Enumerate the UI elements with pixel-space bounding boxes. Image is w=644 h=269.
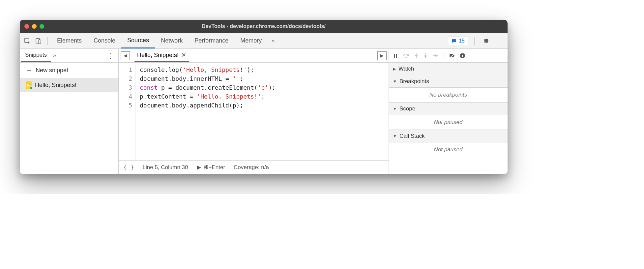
section-body: No breakpoints xyxy=(389,88,508,103)
pause-on-exceptions-icon[interactable] xyxy=(460,53,465,58)
main-toolbar: ElementsConsoleSourcesNetworkPerformance… xyxy=(20,33,508,49)
new-snippet-label: New snippet xyxy=(36,67,68,74)
section-header-breakpoints[interactable]: ▼Breakpoints xyxy=(389,75,508,88)
snippet-item-label: Hello, Snippets! xyxy=(35,82,76,89)
device-toolbar-icon[interactable] xyxy=(33,35,44,46)
step-into-icon[interactable] xyxy=(414,53,419,58)
run-shortcut-label: ⌘+Enter xyxy=(203,164,225,171)
section-header-watch[interactable]: ▶Watch xyxy=(389,63,508,75)
line-gutter: 12345 xyxy=(119,63,136,160)
navigator-more-menu-icon[interactable]: ⋮ xyxy=(104,52,117,60)
snippet-file-icon xyxy=(26,81,32,89)
debugger-pane: ▶Watch▼BreakpointsNo breakpoints▼ScopeNo… xyxy=(389,49,508,174)
navigator-header: Snippets » ⋮ xyxy=(20,49,118,63)
more-tabs-chevron-icon[interactable]: » xyxy=(268,35,279,46)
settings-gear-icon[interactable] xyxy=(481,35,492,46)
section-body: Not paused xyxy=(389,142,508,157)
toolbar-divider xyxy=(47,37,48,45)
editor-footer: { } Line 5, Column 30 ▶ ⌘+Enter Coverage… xyxy=(119,160,389,174)
coverage-status: Coverage: n/a xyxy=(234,164,269,171)
svg-point-6 xyxy=(416,57,417,58)
step-over-icon[interactable] xyxy=(403,53,409,58)
snippet-item[interactable]: Hello, Snippets! xyxy=(20,78,118,92)
step-icon[interactable] xyxy=(432,53,438,58)
toolbar-divider xyxy=(444,52,444,59)
tab-elements[interactable]: Elements xyxy=(51,33,88,48)
tab-snippets[interactable]: Snippets xyxy=(21,49,51,62)
show-navigator-icon[interactable]: ◀ xyxy=(121,51,130,60)
content-area: Snippets » ⋮ ＋ New snippet Hello, Snippe… xyxy=(20,49,508,174)
tab-console[interactable]: Console xyxy=(88,33,121,48)
show-debugger-icon[interactable]: ▶ xyxy=(377,51,387,60)
devtools-window: DevTools - developer.chrome.com/docs/dev… xyxy=(20,20,508,174)
svg-rect-10 xyxy=(462,55,463,57)
traffic-lights xyxy=(24,24,44,29)
editor-file-name: Hello, Snippets! xyxy=(137,52,179,59)
plus-icon: ＋ xyxy=(26,66,32,75)
disclosure-triangle-icon: ▼ xyxy=(393,106,397,111)
more-nav-tabs-icon[interactable]: » xyxy=(53,52,56,59)
disclosure-triangle-icon: ▶ xyxy=(393,67,396,71)
deactivate-breakpoints-icon[interactable] xyxy=(449,53,455,58)
svg-point-8 xyxy=(437,55,438,56)
main-tabs: ElementsConsoleSourcesNetworkPerformance… xyxy=(51,33,268,48)
window-title: DevTools - developer.chrome.com/docs/dev… xyxy=(202,23,326,29)
debugger-sections: ▶Watch▼BreakpointsNo breakpoints▼ScopeNo… xyxy=(389,63,508,157)
inspect-element-icon[interactable] xyxy=(22,35,33,46)
section-header-scope[interactable]: ▼Scope xyxy=(389,103,508,115)
zoom-window-button[interactable] xyxy=(40,24,44,29)
run-snippet-button[interactable]: ▶ ⌘+Enter xyxy=(197,164,225,171)
new-snippet-button[interactable]: ＋ New snippet xyxy=(20,63,118,78)
section-header-call-stack[interactable]: ▼Call Stack xyxy=(389,130,508,142)
editor-file-tab[interactable]: Hello, Snippets! ✕ xyxy=(134,49,189,62)
disclosure-triangle-icon: ▼ xyxy=(393,79,397,84)
svg-rect-2 xyxy=(38,40,41,44)
titlebar: DevTools - developer.chrome.com/docs/dev… xyxy=(20,20,508,33)
code-editor[interactable]: 12345 console.log('Hello, Snippets!');do… xyxy=(119,63,389,160)
tab-sources[interactable]: Sources xyxy=(121,33,155,48)
svg-rect-4 xyxy=(396,54,397,58)
editor-header: ◀ Hello, Snippets! ✕ ▶ xyxy=(119,49,389,63)
play-icon: ▶ xyxy=(197,164,201,171)
more-menu-icon[interactable]: ⋮ xyxy=(494,35,506,46)
svg-point-5 xyxy=(405,57,407,58)
svg-point-7 xyxy=(425,53,426,54)
pretty-print-icon[interactable]: { } xyxy=(123,164,134,171)
step-out-icon[interactable] xyxy=(423,53,428,58)
disclosure-triangle-icon: ▼ xyxy=(393,134,397,138)
pause-icon[interactable] xyxy=(393,53,398,58)
issues-count: 15 xyxy=(459,38,465,44)
svg-rect-3 xyxy=(394,54,395,58)
navigator-pane: Snippets » ⋮ ＋ New snippet Hello, Snippe… xyxy=(20,49,119,174)
debugger-toolbar xyxy=(389,49,508,63)
section-body: Not paused xyxy=(389,115,508,130)
minimize-window-button[interactable] xyxy=(32,24,37,29)
cursor-position: Line 5, Column 30 xyxy=(143,164,188,171)
close-window-button[interactable] xyxy=(24,24,29,29)
toolbar-divider xyxy=(474,37,475,45)
editor-pane: ◀ Hello, Snippets! ✕ ▶ 12345 console.log… xyxy=(119,49,389,174)
code-content[interactable]: console.log('Hello, Snippets!');document… xyxy=(136,63,279,160)
tab-performance[interactable]: Performance xyxy=(189,33,234,48)
close-tab-icon[interactable]: ✕ xyxy=(181,51,186,59)
issues-badge[interactable]: 15 xyxy=(448,37,468,45)
tab-memory[interactable]: Memory xyxy=(234,33,268,48)
tab-network[interactable]: Network xyxy=(155,33,189,48)
